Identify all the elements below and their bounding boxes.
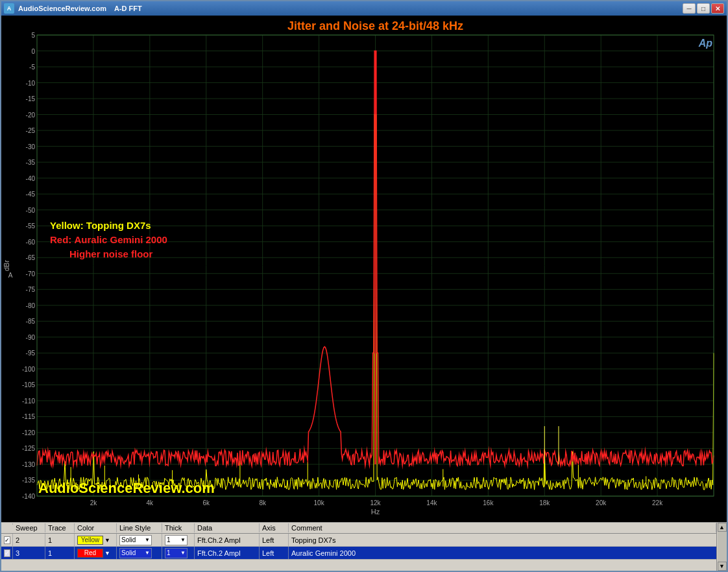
row1-color-label: Yellow — [81, 536, 100, 543]
row1-color-box: Yellow — [77, 536, 103, 545]
row1-linestyle-dropdown[interactable]: Solid ▼ — [119, 535, 152, 545]
row2-trace: 1 — [45, 547, 75, 559]
row2-axis: Left — [260, 547, 289, 559]
row1-axis: Left — [260, 534, 289, 546]
row1-checkbox[interactable]: ✓ — [4, 536, 10, 544]
row2-thick-value: 1 — [167, 549, 171, 556]
row1-thick-value: 1 — [167, 536, 171, 543]
row1-thick-arrow: ▼ — [180, 537, 186, 543]
bottom-panel: Sweep Trace Color Line Style Thick Data … — [1, 522, 727, 571]
title-bar-buttons: ─ □ ✕ — [683, 3, 724, 14]
scroll-up-button[interactable]: ▲ — [718, 523, 727, 532]
row2-thick-dropdown[interactable]: 1 ▼ — [165, 548, 188, 558]
table-row[interactable]: ✓ 2 1 Yellow ▼ Solid ▼ 1 ▼ — [1, 534, 727, 547]
row1-trace: 1 — [45, 534, 75, 546]
header-color: Color — [75, 523, 117, 532]
header-check — [1, 523, 13, 525]
header-comment: Comment — [289, 523, 716, 532]
row1-linestyle-arrow: ▼ — [145, 537, 150, 543]
header-sweep: Sweep — [13, 523, 45, 532]
row2-linestyle-arrow: ▼ — [145, 550, 150, 556]
row1-color-cell[interactable]: Yellow ▼ — [75, 534, 117, 546]
row1-comment: Topping DX7s — [289, 534, 727, 546]
row1-check-cell: ✓ — [1, 534, 13, 546]
main-window: A AudioScienceReview.com A-D FFT ─ □ ✕ S… — [0, 0, 728, 572]
row2-linestyle[interactable]: Solid ▼ — [117, 547, 162, 559]
header-data: Data — [195, 523, 260, 532]
table-row[interactable]: ✓ 3 1 Red ▼ Solid ▼ 1 ▼ — [1, 547, 727, 560]
row1-linestyle[interactable]: Solid ▼ — [117, 534, 162, 546]
app-icon: A — [4, 3, 14, 14]
header-linestyle: Line Style — [117, 523, 162, 532]
header-axis: Axis — [260, 523, 289, 532]
row2-thick-cell[interactable]: 1 ▼ — [162, 547, 195, 559]
close-button[interactable]: ✕ — [711, 3, 724, 14]
row2-checkbox[interactable]: ✓ — [4, 549, 10, 557]
row2-color-arrow: ▼ — [104, 550, 110, 556]
table-scrollbar[interactable]: ▲ ▼ — [716, 523, 727, 571]
table-header: Sweep Trace Color Line Style Thick Data … — [1, 523, 727, 534]
header-trace: Trace — [45, 523, 75, 532]
row2-sweep: 3 — [13, 547, 45, 559]
title-app: AudioScienceReview.com — [18, 5, 106, 12]
row1-color-arrow: ▼ — [104, 537, 110, 543]
row2-linestyle-dropdown[interactable]: Solid ▼ — [119, 548, 152, 558]
row1-data: Fft.Ch.2 Ampl — [195, 534, 260, 546]
row2-check-cell: ✓ — [1, 547, 13, 559]
row1-thick-dropdown[interactable]: 1 ▼ — [165, 535, 188, 545]
header-thick: Thick — [162, 523, 195, 532]
row1-sweep: 2 — [13, 534, 45, 546]
scroll-track — [718, 532, 727, 562]
row1-linestyle-value: Solid — [121, 536, 136, 543]
chart-area — [1, 16, 727, 522]
row2-data: Fft.Ch.2 Ampl — [195, 547, 260, 559]
row2-linestyle-value: Solid — [121, 549, 136, 556]
minimize-button[interactable]: ─ — [683, 3, 696, 14]
scroll-down-button[interactable]: ▼ — [718, 562, 727, 571]
row2-color-label: Red — [84, 549, 96, 556]
spectrum-chart — [1, 16, 727, 522]
maximize-button[interactable]: □ — [697, 3, 710, 14]
row2-comment: Auralic Gemini 2000 — [289, 547, 727, 559]
row1-thick-cell[interactable]: 1 ▼ — [162, 534, 195, 546]
row2-thick-arrow: ▼ — [180, 550, 186, 556]
title-view: A-D FFT — [114, 5, 142, 12]
title-bar: A AudioScienceReview.com A-D FFT ─ □ ✕ — [1, 1, 727, 16]
title-bar-left: A AudioScienceReview.com A-D FFT — [4, 3, 142, 14]
row2-color-cell[interactable]: Red ▼ — [75, 547, 117, 559]
row2-color-box: Red — [77, 549, 103, 558]
